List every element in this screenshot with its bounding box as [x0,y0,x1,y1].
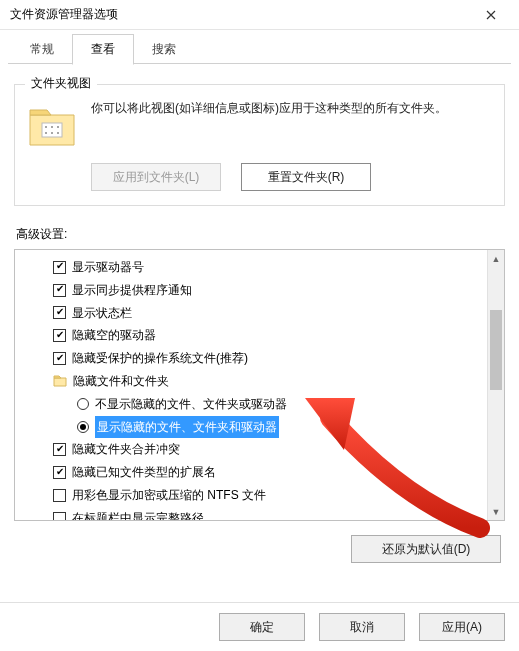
list-item[interactable]: 显示驱动器号 [59,256,500,279]
folder-view-description: 你可以将此视图(如详细信息或图标)应用于这种类型的所有文件夹。 [91,99,492,118]
checkbox[interactable] [53,329,66,342]
svg-point-1 [45,126,47,128]
list-item-label: 显示状态栏 [72,302,132,325]
list-item[interactable]: 不显示隐藏的文件、文件夹或驱动器 [77,393,500,416]
list-item[interactable]: 用彩色显示加密或压缩的 NTFS 文件 [59,484,500,507]
list-item[interactable]: 显示同步提供程序通知 [59,279,500,302]
folder-view-legend: 文件夹视图 [25,75,97,92]
list-item-label: 用彩色显示加密或压缩的 NTFS 文件 [72,484,266,507]
list-item-label: 隐藏空的驱动器 [72,324,156,347]
list-item-label: 不显示隐藏的文件、文件夹或驱动器 [95,393,287,416]
list-item[interactable]: 隐藏已知文件类型的扩展名 [59,461,500,484]
checkbox[interactable] [53,284,66,297]
list-item[interactable]: 显示状态栏 [59,302,500,325]
list-item[interactable]: 隐藏文件夹合并冲突 [59,438,500,461]
checkbox[interactable] [53,352,66,365]
radio[interactable] [77,398,89,410]
radio[interactable] [77,421,89,433]
list-item[interactable]: 隐藏空的驱动器 [59,324,500,347]
checkbox[interactable] [53,466,66,479]
list-item-label: 显示隐藏的文件、文件夹和驱动器 [95,416,279,439]
svg-point-3 [57,126,59,128]
list-item-label: 显示驱动器号 [72,256,144,279]
svg-point-6 [57,132,59,134]
checkbox[interactable] [53,512,66,521]
advanced-settings-box: 显示驱动器号 显示同步提供程序通知 显示状态栏 隐藏空的驱动器 隐藏受保护的操作… [14,249,505,521]
svg-point-4 [45,132,47,134]
reset-folders-button[interactable]: 重置文件夹(R) [241,163,371,191]
list-item-label: 在标题栏中显示完整路径 [72,507,204,521]
svg-point-2 [51,126,53,128]
scroll-down-arrow-icon[interactable]: ▼ [488,503,504,520]
scrollbar-thumb[interactable] [490,310,502,390]
checkbox[interactable] [53,261,66,274]
ok-button[interactable]: 确定 [219,613,305,641]
list-item[interactable]: 隐藏文件和文件夹 [59,370,500,393]
apply-button[interactable]: 应用(A) [419,613,505,641]
svg-rect-0 [42,123,62,137]
advanced-settings-label: 高级设置: [16,226,505,243]
list-item-label: 显示同步提供程序通知 [72,279,192,302]
svg-point-5 [51,132,53,134]
tab-bar: 常规 查看 搜索 [0,30,519,64]
tab-search[interactable]: 搜索 [134,35,194,64]
tab-general[interactable]: 常规 [12,35,72,64]
list-item-label: 隐藏受保护的操作系统文件(推荐) [72,347,248,370]
window-title: 文件资源管理器选项 [10,6,118,23]
list-item-label: 隐藏文件和文件夹 [73,370,169,393]
folder-icon [27,103,77,149]
cancel-button[interactable]: 取消 [319,613,405,641]
scroll-up-arrow-icon[interactable]: ▲ [488,250,504,267]
list-item[interactable]: 显示隐藏的文件、文件夹和驱动器 [77,416,500,439]
checkbox[interactable] [53,489,66,502]
folder-view-group: 文件夹视图 你可以将此视图(如详细信息或图标)应用于这种类型的所有文件夹。 应用… [14,84,505,206]
scrollbar[interactable]: ▲ ▼ [487,250,504,520]
list-item-label: 隐藏已知文件类型的扩展名 [72,461,216,484]
advanced-settings-list: 显示驱动器号 显示同步提供程序通知 显示状态栏 隐藏空的驱动器 隐藏受保护的操作… [23,256,500,521]
list-item[interactable]: 在标题栏中显示完整路径 [59,507,500,521]
list-item-label: 隐藏文件夹合并冲突 [72,438,180,461]
close-icon [486,10,496,20]
checkbox[interactable] [53,306,66,319]
close-button[interactable] [471,1,511,29]
folder-icon [53,375,67,387]
list-item[interactable]: 隐藏受保护的操作系统文件(推荐) [59,347,500,370]
apply-to-folders-button[interactable]: 应用到文件夹(L) [91,163,221,191]
tab-content: 文件夹视图 你可以将此视图(如详细信息或图标)应用于这种类型的所有文件夹。 应用… [0,64,519,573]
tab-view[interactable]: 查看 [72,34,134,65]
dialog-buttons: 确定 取消 应用(A) [0,602,519,651]
checkbox[interactable] [53,443,66,456]
title-bar: 文件资源管理器选项 [0,0,519,30]
restore-defaults-button[interactable]: 还原为默认值(D) [351,535,501,563]
